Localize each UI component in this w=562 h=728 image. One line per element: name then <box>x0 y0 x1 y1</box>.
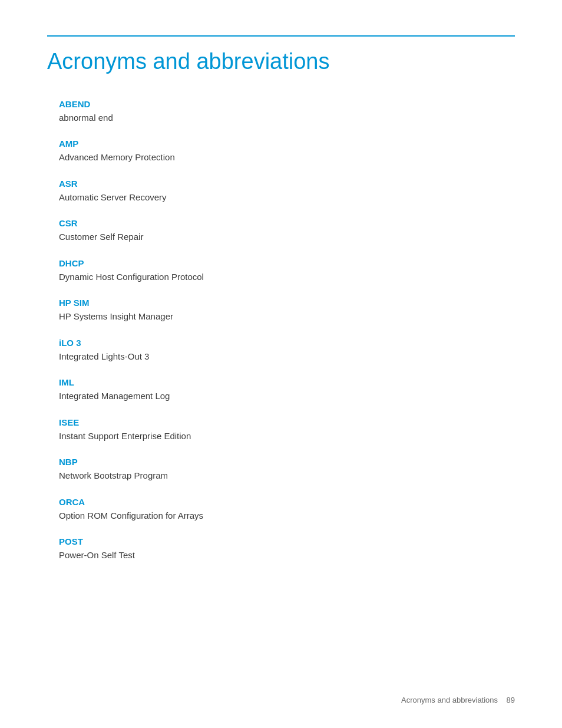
acronym-term: ASR <box>59 179 515 189</box>
acronym-definition: Customer Self Repair <box>59 230 515 244</box>
acronym-definition: Power-On Self Test <box>59 549 515 562</box>
acronym-definition: Option ROM Configuration for Arrays <box>59 509 515 523</box>
acronym-entry: iLO 3Integrated Lights-Out 3 <box>59 338 515 364</box>
footer: Acronyms and abbreviations 89 <box>401 696 515 704</box>
acronym-definition: Integrated Management Log <box>59 390 515 403</box>
acronym-term: POST <box>59 536 515 546</box>
acronym-definition: HP Systems Insight Manager <box>59 310 515 324</box>
acronym-entry: ISEEInstant Support Enterprise Edition <box>59 417 515 443</box>
footer-page-number: 89 <box>507 696 515 704</box>
acronym-entry: NBPNetwork Bootstrap Program <box>59 457 515 483</box>
acronym-term: iLO 3 <box>59 338 515 348</box>
acronym-entry: CSRCustomer Self Repair <box>59 218 515 244</box>
acronym-term: ISEE <box>59 417 515 427</box>
acronym-term: ORCA <box>59 497 515 507</box>
acronym-entry: ASRAutomatic Server Recovery <box>59 179 515 205</box>
acronym-definition: abnormal end <box>59 111 515 125</box>
acronym-definition: Integrated Lights-Out 3 <box>59 350 515 364</box>
acronym-entry: AMPAdvanced Memory Protection <box>59 139 515 164</box>
page-container: Acronyms and abbreviations ABENDabnormal… <box>0 0 562 612</box>
acronym-definition: Advanced Memory Protection <box>59 151 515 164</box>
acronym-entry: ABENDabnormal end <box>59 99 515 125</box>
acronym-entry: POSTPower-On Self Test <box>59 536 515 562</box>
acronym-entry: IMLIntegrated Management Log <box>59 377 515 403</box>
acronym-term: NBP <box>59 457 515 467</box>
acronym-term: IML <box>59 377 515 387</box>
top-rule <box>47 35 515 37</box>
acronym-definition: Network Bootstrap Program <box>59 469 515 483</box>
acronym-term: HP SIM <box>59 298 515 308</box>
footer-text: Acronyms and abbreviations <box>401 696 498 704</box>
acronym-definition: Dynamic Host Configuration Protocol <box>59 271 515 284</box>
acronym-term: DHCP <box>59 258 515 268</box>
acronym-term: CSR <box>59 218 515 228</box>
acronym-entry: HP SIMHP Systems Insight Manager <box>59 298 515 324</box>
page-title: Acronyms and abbreviations <box>47 48 515 75</box>
acronym-list: ABENDabnormal endAMPAdvanced Memory Prot… <box>59 99 515 562</box>
acronym-definition: Automatic Server Recovery <box>59 191 515 205</box>
acronym-definition: Instant Support Enterprise Edition <box>59 430 515 443</box>
acronym-term: AMP <box>59 139 515 149</box>
acronym-term: ABEND <box>59 99 515 109</box>
acronym-entry: ORCAOption ROM Configuration for Arrays <box>59 497 515 523</box>
acronym-entry: DHCPDynamic Host Configuration Protocol <box>59 258 515 284</box>
